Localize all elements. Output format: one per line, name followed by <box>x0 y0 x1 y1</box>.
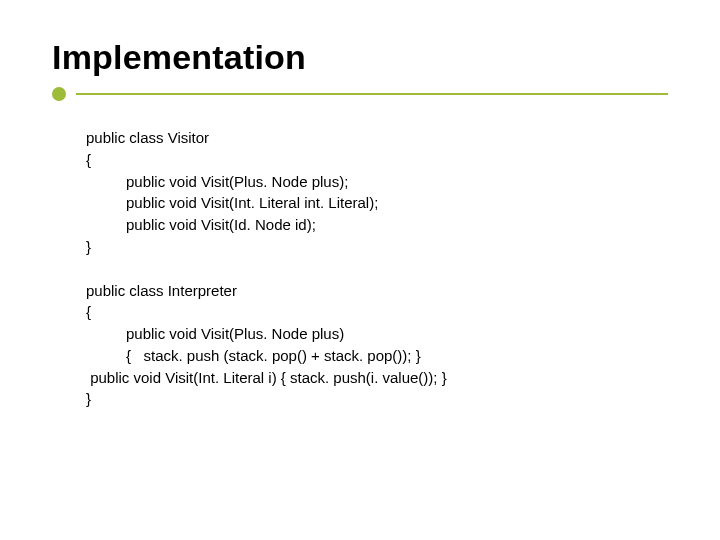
slide: Implementation public class Visitor { pu… <box>0 0 720 540</box>
code-line: public class Interpreter <box>86 280 668 302</box>
visitor-class-block: public class Visitor { public void Visit… <box>86 127 668 258</box>
code-line: { stack. push (stack. pop() + stack. pop… <box>86 345 668 367</box>
code-line: { <box>86 149 668 171</box>
code-line: public void Visit(Int. Literal int. Lite… <box>86 192 668 214</box>
horizontal-rule <box>76 93 668 95</box>
code-line: public void Visit(Int. Literal i) { stac… <box>86 367 668 389</box>
code-line: { <box>86 301 668 323</box>
code-line: public void Visit(Plus. Node plus) <box>86 323 668 345</box>
code-line: public class Visitor <box>86 127 668 149</box>
interpreter-class-block: public class Interpreter { public void V… <box>86 280 668 411</box>
title-divider <box>52 87 668 101</box>
code-line: } <box>86 388 668 410</box>
bullet-icon <box>52 87 66 101</box>
code-line: public void Visit(Id. Node id); <box>86 214 668 236</box>
code-line: } <box>86 236 668 258</box>
slide-title: Implementation <box>52 38 306 77</box>
code-area: public class Visitor { public void Visit… <box>86 127 668 410</box>
code-line: public void Visit(Plus. Node plus); <box>86 171 668 193</box>
title-row: Implementation <box>52 38 668 77</box>
